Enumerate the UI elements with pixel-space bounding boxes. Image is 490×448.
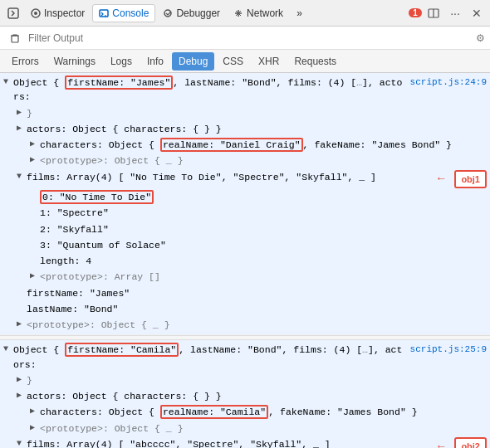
more-options-icon: ··· <box>450 7 460 20</box>
obj2-chars-text: characters: Object { realName: "Camila",… <box>40 405 487 419</box>
tab-debug[interactable]: Debug <box>172 52 214 71</box>
obj1-expand-arrow[interactable] <box>3 75 13 88</box>
close-icon: ✕ <box>472 7 482 20</box>
obj2-films-line[interactable]: films: Array(4) [ "abcccc", "Spectre", "… <box>0 436 490 448</box>
obj1-film0[interactable]: 0: "No Time To Die" <box>0 189 490 205</box>
split-view-icon <box>428 7 439 19</box>
obj1-proto-array[interactable]: <prototype>: Array [] <box>0 269 490 285</box>
obj2-close-brace[interactable]: } <box>0 373 490 388</box>
back-button[interactable] <box>3 3 23 23</box>
obj2-proto1-text: <prototype>: Object { _ } <box>40 421 487 436</box>
obj2-arrow-icon <box>438 438 448 449</box>
obj1-close-brace[interactable]: } <box>0 105 490 121</box>
obj1-arrow-label: obj1 <box>438 170 487 189</box>
tab-css[interactable]: CSS <box>216 52 250 71</box>
obj1-file-ref[interactable]: script.js:24:9 <box>404 75 487 90</box>
error-badge: 1 <box>409 8 422 17</box>
toolbar: Inspector Console Debugger Network » 1 <box>0 0 490 27</box>
split-view-button[interactable] <box>424 3 443 23</box>
obj2-file-ref[interactable]: script.js:25:9 <box>404 343 487 357</box>
console-tab[interactable]: Console <box>92 4 155 22</box>
obj1-film1[interactable]: 1: "Spectre" <box>0 205 490 221</box>
log-entry-obj1: Object { firstName: "James", lastName: "… <box>0 73 490 335</box>
obj1-proto-obj[interactable]: <prototype>: Object { _ } <box>0 317 490 333</box>
more-label: » <box>296 7 302 19</box>
network-icon <box>233 8 243 18</box>
close-button[interactable]: ✕ <box>467 3 487 23</box>
obj1-arrow-icon <box>438 170 448 187</box>
obj1-length-text: length: 4 <box>40 254 487 268</box>
obj1-proto-array-text: <prototype>: Array [] <box>40 270 487 284</box>
obj1-film2[interactable]: 2: "Skyfall" <box>0 222 490 237</box>
settings-icon[interactable]: ⚙ <box>476 32 485 44</box>
tab-info[interactable]: Info <box>140 52 170 71</box>
debugger-icon <box>163 8 173 18</box>
tab-requests[interactable]: Requests <box>287 52 343 71</box>
debugger-label: Debugger <box>176 7 220 19</box>
obj1-actors-line[interactable]: actors: Object { characters: { } } <box>0 121 490 137</box>
filter-bar: ⚙ <box>0 27 490 50</box>
obj1-header-line[interactable]: Object { firstName: "James", lastName: "… <box>0 75 490 105</box>
obj2-chars-arrow[interactable] <box>30 405 40 417</box>
more-options-button[interactable]: ··· <box>445 3 465 23</box>
trash-icon <box>9 32 21 44</box>
obj1-proto-obj-arrow[interactable] <box>17 318 27 330</box>
obj2-actors-text: actors: Object { characters: { } } <box>27 389 487 403</box>
obj2-proto1-arrow[interactable] <box>30 421 40 434</box>
network-tab[interactable]: Network <box>228 5 289 22</box>
more-tab[interactable]: » <box>291 5 308 22</box>
console-label: Console <box>112 7 149 19</box>
obj1-film3[interactable]: 3: "Quantum of Solace" <box>0 237 490 253</box>
obj2-films-text: films: Array(4) [ "abcccc", "Spectre", "… <box>27 437 434 448</box>
inspector-tab[interactable]: Inspector <box>25 5 91 22</box>
obj2-characters-line[interactable]: characters: Object { realName: "Camila",… <box>0 404 490 420</box>
clear-console-button[interactable] <box>5 28 25 48</box>
tab-xhr[interactable]: XHR <box>252 52 286 71</box>
obj1-film1-text: 1: "Spectre" <box>40 206 487 220</box>
obj2-films-arrow[interactable] <box>17 437 27 448</box>
obj1-film3-text: 3: "Quantum of Solace" <box>40 238 487 252</box>
obj2-header-text: Object { firstName: "Camila", lastName: … <box>13 343 404 372</box>
tab-logs[interactable]: Logs <box>104 52 139 71</box>
tab-warnings[interactable]: Warnings <box>47 52 102 71</box>
svg-point-2 <box>34 12 37 15</box>
obj1-films-arrow[interactable] <box>17 170 27 183</box>
console-output: Object { firstName: "James", lastName: "… <box>0 73 490 448</box>
obj1-characters-line[interactable]: characters: Object { realName: "Daniel C… <box>0 137 490 153</box>
obj2-header-line[interactable]: Object { firstName: "Camila", lastName: … <box>0 342 490 373</box>
debugger-tab[interactable]: Debugger <box>157 5 226 22</box>
obj1-proto1-text: <prototype>: Object { _ } <box>40 153 487 168</box>
obj1-firstname-text: firstName: "James" <box>27 286 487 300</box>
obj1-chars-arrow[interactable] <box>30 138 40 150</box>
obj1-length-line[interactable]: length: 4 <box>0 253 490 269</box>
obj2-proto1-line[interactable]: <prototype>: Object { _ } <box>0 421 490 436</box>
filter-input[interactable] <box>28 32 473 44</box>
obj1-proto1-arrow[interactable] <box>30 153 40 166</box>
obj1-proto-array-arrow[interactable] <box>30 270 40 282</box>
console-tabs: Errors Warnings Logs Info Debug CSS XHR … <box>0 50 490 73</box>
obj1-brace-arrow[interactable] <box>17 106 27 119</box>
svg-rect-6 <box>12 36 18 42</box>
obj1-actors-arrow[interactable] <box>17 122 27 134</box>
obj2-label: obj2 <box>454 437 487 448</box>
obj1-firstname[interactable]: firstName: "James" <box>0 285 490 301</box>
tab-errors[interactable]: Errors <box>5 52 46 71</box>
obj1-chars-text: characters: Object { realName: "Daniel C… <box>40 138 487 152</box>
obj2-actors-arrow[interactable] <box>17 389 27 402</box>
obj1-lastname[interactable]: lastName: "Bond" <box>0 301 490 317</box>
obj1-proto-obj-text: <prototype>: Object { _ } <box>27 318 487 332</box>
log-entry-obj2: Object { firstName: "Camila", lastName: … <box>0 340 490 448</box>
console-icon <box>99 8 109 18</box>
obj1-films-line[interactable]: films: Array(4) [ "No Time To Die", "Spe… <box>0 169 490 190</box>
obj2-brace-arrow[interactable] <box>17 373 27 386</box>
obj1-proto1-line[interactable]: <prototype>: Object { _ } <box>0 153 490 168</box>
obj2-actors-line[interactable]: actors: Object { characters: { } } <box>0 388 490 404</box>
inspector-icon <box>31 8 41 18</box>
obj1-films-text: films: Array(4) [ "No Time To Die", "Spe… <box>27 170 434 184</box>
network-label: Network <box>247 7 283 19</box>
inspector-label: Inspector <box>44 7 85 19</box>
obj1-actors-text: actors: Object { characters: { } } <box>27 122 487 136</box>
svg-rect-3 <box>100 10 108 17</box>
obj2-expand-arrow[interactable] <box>3 343 13 355</box>
obj1-film2-text: 2: "Skyfall" <box>40 222 487 236</box>
